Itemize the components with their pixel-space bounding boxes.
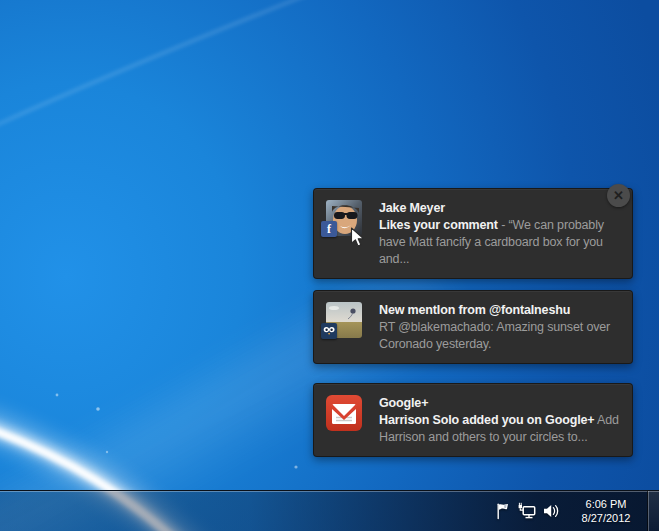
- clock-date: 8/27/2012: [571, 511, 641, 525]
- notification-content: New mentIon from @fontaIneshu RT @blakem…: [379, 302, 620, 353]
- gmail-envelope-icon: [326, 395, 362, 431]
- action-center-flag-icon[interactable]: [491, 499, 515, 523]
- facebook-badge-icon: f: [321, 221, 337, 237]
- show-desktop-button[interactable]: [647, 491, 659, 531]
- clock-time: 6:06 PM: [571, 497, 641, 511]
- taskbar[interactable]: 6:06 PM 8/27/2012: [0, 490, 659, 531]
- network-icon[interactable]: [515, 499, 539, 523]
- notification-title: Jake Meyer: [379, 200, 620, 217]
- taskbar-clock[interactable]: 6:06 PM 8/27/2012: [571, 497, 641, 525]
- notification-twitter[interactable]: New mentIon from @fontaIneshu RT @blakem…: [313, 290, 633, 364]
- notification-content: Jake Meyer Likes your comment - “We can …: [379, 200, 620, 268]
- notification-message: Harrison Solo added you on Google+ Add H…: [379, 412, 620, 446]
- avatar-wrap: [326, 302, 362, 338]
- notification-title: Google+: [379, 395, 620, 412]
- volume-icon[interactable]: [539, 499, 563, 523]
- notification-content: Google+ Harrison Solo added you on Googl…: [379, 395, 620, 446]
- notification-message: Likes your comment - “We can probably ha…: [379, 217, 620, 268]
- notification-lead-text: Harrison Solo added you on Google+: [379, 413, 594, 427]
- notification-message: RT @blakemachado: Amazing sunset over Co…: [379, 319, 620, 353]
- close-icon[interactable]: ✕: [607, 184, 630, 207]
- notification-lead-text: Likes your comment: [379, 218, 498, 232]
- system-tray: 6:06 PM 8/27/2012: [491, 491, 659, 531]
- notification-body-text: RT @blakemachado: Amazing sunset over Co…: [379, 320, 610, 351]
- avatar-wrap: [326, 395, 362, 431]
- notification-title: New mentIon from @fontaIneshu: [379, 302, 620, 319]
- mouse-cursor: [350, 227, 365, 249]
- twitter-badge-icon: [321, 323, 337, 339]
- notification-google-plus[interactable]: Google+ Harrison Solo added you on Googl…: [313, 383, 633, 457]
